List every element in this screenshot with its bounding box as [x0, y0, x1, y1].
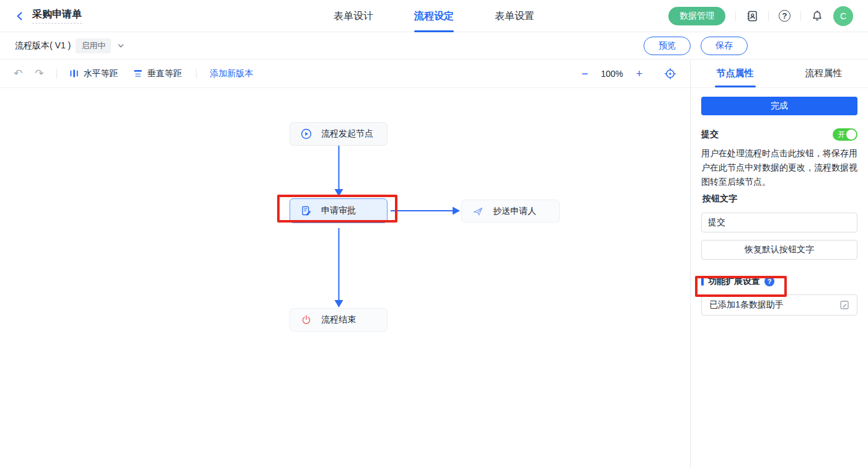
distribute-vertical-button[interactable]: 垂直等距	[133, 68, 182, 79]
divider	[196, 69, 197, 79]
distribute-vertical-icon	[133, 69, 143, 78]
properties-panel: 节点属性 流程属性 完成 提交 开 用户在处理流程时点击此按钮，将保存用户在此节…	[690, 60, 868, 468]
extension-field[interactable]: 已添加1条数据助手	[701, 294, 857, 316]
distribute-horizontal-button[interactable]: 水平等距	[69, 68, 118, 79]
add-version-link[interactable]: 添加新版本	[210, 68, 254, 79]
play-circle-icon	[301, 128, 312, 139]
panel-tabs: 节点属性 流程属性	[691, 60, 868, 88]
distribute-horizontal-label: 水平等距	[84, 68, 118, 79]
tab-form-settings[interactable]: 表单设置	[495, 0, 534, 32]
status-badge: 启用中	[76, 38, 111, 53]
zoom-controls: − 100% +	[576, 68, 676, 80]
save-button[interactable]: 保存	[701, 37, 748, 55]
edit-icon[interactable]	[839, 300, 849, 310]
back-chevron-icon	[15, 11, 25, 21]
button-text-input[interactable]	[701, 213, 857, 232]
avatar[interactable]: C	[833, 6, 853, 26]
data-manage-button[interactable]: 数据管理	[668, 7, 725, 25]
zoom-level: 100%	[601, 69, 623, 79]
submit-description: 用户在处理流程时点击此按钮，将保存用户在此节点中对数据的更改，流程数据视图转至后…	[701, 146, 857, 189]
page-title: 采购申请单	[32, 8, 82, 24]
canvas-toolbar: ↶ ↷ 水平等距 垂直等距 添加新版本	[0, 60, 690, 88]
version-label: 流程版本( V1 )	[15, 40, 71, 51]
redo-button[interactable]: ↷	[35, 68, 43, 79]
question-icon[interactable]: ?	[764, 276, 774, 286]
help-icon: ?	[779, 10, 790, 22]
main-tabs: 表单设计 流程设定 表单设置	[334, 0, 534, 32]
node-label: 申请审批	[321, 205, 356, 216]
contacts-button[interactable]	[746, 10, 758, 22]
extension-value: 已添加1条数据助手	[709, 299, 784, 311]
divider	[735, 11, 736, 21]
app-window: 采购申请单 表单设计 流程设定 表单设置 数据管理 ?	[0, 0, 868, 468]
flow-node-approval[interactable]: 申请审批	[290, 198, 388, 223]
fit-view-button[interactable]	[664, 68, 676, 80]
submit-toggle[interactable]: 开	[833, 128, 857, 141]
paper-plane-icon	[472, 206, 484, 217]
version-dropdown[interactable]	[117, 42, 125, 50]
tab-form-design[interactable]: 表单设计	[334, 0, 373, 32]
notification-button[interactable]	[811, 10, 823, 22]
panel-body: 完成 提交 开 用户在处理流程时点击此按钮，将保存用户在此节点中对数据的更改，流…	[691, 88, 868, 316]
bell-icon	[811, 10, 823, 22]
submit-setting-row: 提交 开	[701, 128, 857, 141]
distribute-vertical-label: 垂直等距	[148, 68, 182, 79]
version-actions: 预览 保存	[644, 37, 748, 55]
toggle-on-label: 开	[838, 131, 845, 138]
restore-default-button[interactable]: 恢复默认按钮文字	[701, 240, 857, 260]
undo-button[interactable]: ↶	[14, 68, 22, 79]
button-text-label: 按钮文字	[701, 193, 857, 205]
top-header: 采购申请单 表单设计 流程设定 表单设置 数据管理 ?	[0, 0, 868, 32]
distribute-horizontal-icon	[69, 69, 79, 78]
tab-flow-setting[interactable]: 流程设定	[414, 0, 454, 32]
zoom-out-button[interactable]: −	[576, 68, 593, 79]
flow-editor-column: ↶ ↷ 水平等距 垂直等距 添加新版本	[0, 60, 690, 468]
header-actions: 数据管理 ?	[668, 6, 853, 26]
back-button[interactable]	[15, 11, 25, 21]
divider	[768, 11, 769, 21]
edit-doc-icon	[301, 205, 312, 216]
done-button[interactable]: 完成	[701, 97, 857, 115]
zoom-in-button[interactable]: +	[631, 68, 648, 79]
panel-tab-flow-props[interactable]: 流程属性	[779, 60, 868, 87]
submit-label: 提交	[701, 129, 719, 140]
panel-tab-node-props[interactable]: 节点属性	[691, 60, 779, 87]
flow-node-start[interactable]: 流程发起节点	[290, 122, 388, 146]
divider	[56, 69, 57, 79]
flow-node-end[interactable]: 流程结束	[290, 308, 388, 332]
node-label: 流程发起节点	[321, 128, 373, 139]
preview-button[interactable]: 预览	[644, 37, 691, 55]
power-icon	[301, 314, 312, 325]
section-marker	[701, 277, 704, 286]
help-button[interactable]: ?	[779, 10, 790, 22]
extension-section-header: 功能扩展设置 ?	[701, 276, 857, 287]
node-label: 流程结束	[321, 314, 356, 325]
version-bar: 流程版本( V1 ) 启用中 预览 保存	[0, 32, 868, 60]
chevron-down-icon	[117, 42, 125, 50]
extension-title: 功能扩展设置	[708, 276, 760, 287]
flow-node-cc[interactable]: 抄送申请人	[461, 200, 560, 223]
crosshair-icon	[664, 68, 676, 80]
divider	[800, 11, 801, 21]
flow-canvas[interactable]: 流程发起节点 申请审批	[0, 88, 690, 468]
toggle-knob	[846, 130, 856, 139]
contacts-icon	[746, 10, 758, 22]
node-label: 抄送申请人	[493, 206, 536, 217]
